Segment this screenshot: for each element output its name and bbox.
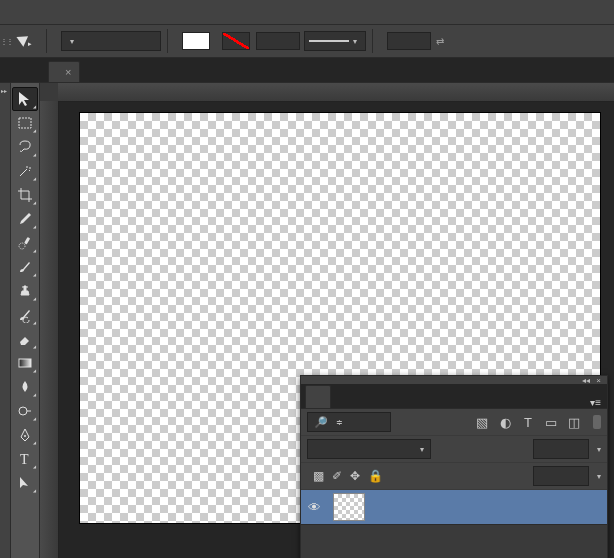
move-tool-preset-icon[interactable] [16,31,36,51]
collapse-icon[interactable]: ◂◂ [582,376,590,385]
lock-icons: ▩ ✐ ✥ 🔒 [313,469,383,483]
filter-smart-icon[interactable]: ◫ [567,415,581,430]
gradient-tool[interactable]: ◢ [12,351,38,375]
fill-opacity-field[interactable] [533,466,589,486]
options-bar: ⋮⋮ ▾ ▾ ⇄ [0,25,614,58]
search-icon: 🔎 [314,416,328,429]
magic-wand-tool[interactable]: ◢ [12,159,38,183]
layer-row[interactable]: 👁 [301,490,607,525]
lock-transparency-icon[interactable]: ▩ [313,469,324,483]
lock-all-icon[interactable]: 🔒 [368,469,383,483]
ruler-origin[interactable] [40,83,59,102]
layer-list: 👁 [301,490,607,558]
opacity-field[interactable] [533,439,589,459]
chevron-down-icon[interactable]: ▾ [597,445,601,454]
eyedropper-tool[interactable]: ◢ [12,207,38,231]
horizontal-ruler[interactable] [58,83,614,102]
rectangular-marquee-tool[interactable]: ◢ [12,111,38,135]
eraser-tool[interactable]: ◢ [12,327,38,351]
filter-pixel-icon[interactable]: ▧ [475,415,489,430]
document-tab[interactable]: × [48,61,80,82]
layers-panel[interactable]: ◂◂× ▾≡ 🔎 ≑ ▧ ◐ T ▭ ◫ ▾ [300,375,608,558]
svg-rect-0 [19,118,31,128]
layer-filter-row: 🔎 ≑ ▧ ◐ T ▭ ◫ [301,409,607,436]
divider [167,29,168,53]
chevron-down-icon: ≑ [336,418,343,427]
divider [372,29,373,53]
expand-panels-icon[interactable]: ▸▸ [1,87,7,94]
pen-tool[interactable]: ◢ [12,423,38,447]
panel-menu-icon[interactable]: ▾≡ [590,397,601,408]
filter-type-dropdown[interactable]: 🔎 ≑ [307,412,391,432]
crop-tool[interactable]: ◢ [12,183,38,207]
lock-fill-row: ▩ ✐ ✥ 🔒 ▾ [301,463,607,490]
stroke-style-preview [309,40,349,42]
options-grip-icon[interactable]: ⋮⋮ [0,27,12,55]
app-logo [6,2,32,22]
panel-grip[interactable]: ◂◂× [301,376,607,384]
filter-shape-icon[interactable]: ▭ [544,415,558,430]
clone-stamp-tool[interactable]: ◢ [12,279,38,303]
divider [46,29,47,53]
fill-swatch[interactable] [182,32,210,50]
type-tool[interactable]: T◢ [12,447,38,471]
left-gutter: ▸▸ [0,83,11,558]
move-tool[interactable]: ◢ [12,87,38,111]
layer-thumbnail[interactable] [333,493,365,521]
chevron-down-icon[interactable]: ▾ [597,472,601,481]
filter-icons: ▧ ◐ T ▭ ◫ [475,415,581,430]
stroke-style-dropdown[interactable]: ▾ [304,31,366,51]
lock-position-icon[interactable]: ✥ [350,469,360,483]
stroke-swatch[interactable] [222,32,250,50]
panel-tabs: ▾≡ [301,384,607,409]
workspace: ▸▸ ◢ ◢ ◢ ◢ ◢ ◢ ◢ ◢ ◢ ◢ ◢ ◢ ◢ ◢ ◢ T◢ ◢ [0,83,614,558]
brush-tool[interactable]: ◢ [12,255,38,279]
chevron-down-icon: ▾ [353,37,357,46]
dodge-tool[interactable]: ◢ [12,399,38,423]
history-brush-tool[interactable]: ◢ [12,303,38,327]
stroke-width-field[interactable] [256,32,300,50]
lock-paint-icon[interactable]: ✐ [332,469,342,483]
close-icon[interactable]: × [65,66,71,78]
visibility-eye-icon[interactable]: 👁 [301,500,327,515]
svg-point-6 [24,435,26,437]
svg-rect-3 [19,359,31,367]
close-icon[interactable]: × [596,376,601,385]
link-icon[interactable]: ⇄ [431,32,449,50]
tool-panel: ◢ ◢ ◢ ◢ ◢ ◢ ◢ ◢ ◢ ◢ ◢ ◢ ◢ ◢ ◢ T◢ ◢ [11,83,40,558]
blend-opacity-row: ▾ ▾ [301,436,607,463]
chevron-down-icon: ▾ [420,445,424,454]
filter-adjust-icon[interactable]: ◐ [498,415,512,430]
document-tab-bar: × [0,58,614,83]
filter-toggle[interactable] [593,415,601,429]
menu-bar [0,0,614,25]
spot-healing-brush-tool[interactable]: ◢ [12,231,38,255]
blend-mode-dropdown[interactable]: ▾ [307,439,431,459]
blur-tool[interactable]: ◢ [12,375,38,399]
svg-point-1 [19,243,25,249]
svg-point-4 [19,407,27,415]
vertical-ruler[interactable] [40,101,59,558]
select-layer-dropdown[interactable]: ▾ [61,31,161,51]
chevron-down-icon: ▾ [70,37,74,46]
svg-text:T: T [20,452,29,467]
tab-layers[interactable] [305,385,331,408]
lasso-tool[interactable]: ◢ [12,135,38,159]
filter-type-icon[interactable]: T [521,415,535,430]
svg-rect-2 [24,237,30,245]
width-field[interactable] [387,32,431,50]
path-selection-tool[interactable]: ◢ [12,471,38,495]
